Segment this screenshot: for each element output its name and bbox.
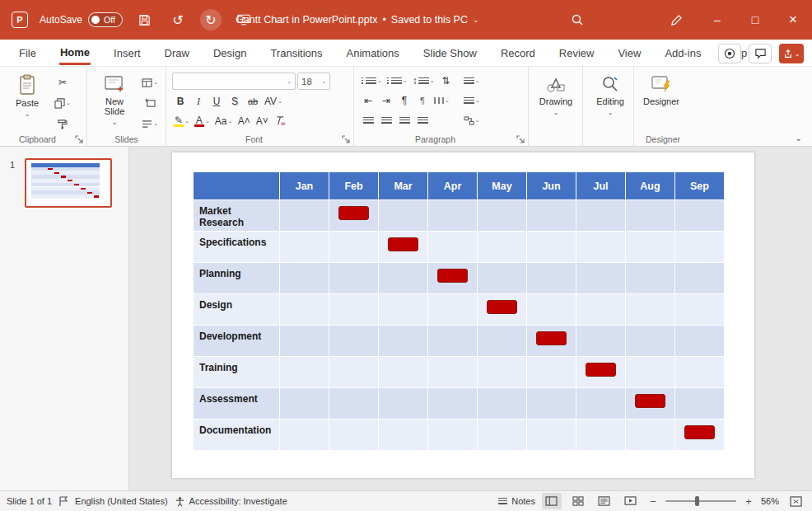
- gantt-cell-jun[interactable]: [527, 388, 576, 420]
- draw-pen-button[interactable]: [665, 9, 687, 30]
- gantt-task-label[interactable]: Specifications: [194, 232, 280, 263]
- gantt-cell-jun[interactable]: [527, 326, 576, 357]
- gantt-cell-may[interactable]: [478, 294, 527, 326]
- gantt-cell-jun[interactable]: [527, 420, 576, 451]
- gantt-task-label[interactable]: Design: [194, 294, 280, 326]
- italic-button[interactable]: I: [190, 93, 207, 110]
- gantt-header-jun[interactable]: Jun: [527, 172, 576, 200]
- gantt-cell-sep[interactable]: [675, 326, 725, 357]
- gantt-cell-may[interactable]: [478, 326, 527, 357]
- gantt-cell-aug[interactable]: [626, 263, 675, 294]
- gantt-cell-sep[interactable]: [675, 263, 725, 294]
- change-case-button[interactable]: Aa ⌄: [213, 113, 235, 129]
- gantt-cell-may[interactable]: [478, 388, 527, 420]
- saved-status[interactable]: Saved to this PC: [391, 14, 468, 26]
- gantt-cell-jan[interactable]: [280, 200, 329, 232]
- fit-to-window-button[interactable]: [786, 493, 805, 509]
- clipboard-dialog-launcher-icon[interactable]: [75, 135, 83, 143]
- gantt-cell-may[interactable]: [478, 232, 527, 263]
- gantt-cell-may[interactable]: [478, 200, 527, 232]
- slideshow-view-button[interactable]: [621, 493, 641, 509]
- clear-formatting-button[interactable]: [272, 113, 288, 129]
- tab-home[interactable]: Home: [59, 41, 91, 65]
- gantt-bar[interactable]: [586, 363, 616, 377]
- gantt-header-sep[interactable]: Sep: [675, 172, 725, 200]
- gantt-cell-may[interactable]: [478, 420, 527, 451]
- gantt-bar[interactable]: [536, 331, 567, 345]
- align-text-button[interactable]: ⌄: [462, 92, 482, 109]
- minimize-button[interactable]: –: [698, 0, 736, 40]
- gantt-cell-apr[interactable]: [428, 357, 478, 388]
- gantt-cell-feb[interactable]: [329, 263, 379, 294]
- character-spacing-button[interactable]: AV ⌄: [263, 93, 284, 110]
- right-to-left-button[interactable]: ¶: [414, 92, 431, 109]
- line-spacing-button[interactable]: ↕⌄: [411, 73, 436, 89]
- tab-insert[interactable]: Insert: [113, 42, 142, 63]
- gantt-cell-jan[interactable]: [280, 420, 329, 451]
- section-button[interactable]: ⌄: [140, 115, 160, 132]
- gantt-cell-aug[interactable]: [626, 326, 675, 357]
- autosave-toggle[interactable]: Off: [88, 12, 123, 27]
- gantt-cell-jul[interactable]: [576, 357, 626, 388]
- decrease-indent-button[interactable]: ⇤: [360, 92, 376, 109]
- gantt-cell-may[interactable]: [478, 263, 527, 294]
- gantt-cell-sep[interactable]: [675, 294, 725, 326]
- redo-button[interactable]: ↻: [200, 9, 222, 30]
- reset-slide-button[interactable]: [140, 95, 160, 111]
- gantt-bar[interactable]: [684, 425, 715, 439]
- zoom-in-button[interactable]: +: [743, 495, 754, 508]
- text-highlight-button[interactable]: ✎ ⌄: [172, 113, 191, 129]
- gantt-task-label[interactable]: Market Research: [194, 200, 280, 232]
- gantt-cell-jul[interactable]: [576, 420, 626, 451]
- gantt-cell-feb[interactable]: [329, 232, 379, 263]
- gantt-cell-feb[interactable]: [329, 357, 379, 388]
- gantt-cell-apr[interactable]: [428, 294, 478, 326]
- tab-file[interactable]: File: [18, 42, 37, 63]
- gantt-cell-sep[interactable]: [675, 232, 725, 263]
- reading-view-button[interactable]: [595, 493, 614, 509]
- gantt-header-corner[interactable]: [194, 172, 280, 200]
- increase-font-size-button[interactable]: A˄: [236, 113, 252, 129]
- gantt-bar[interactable]: [635, 394, 665, 408]
- bullets-button[interactable]: ⌄: [360, 73, 384, 89]
- gantt-cell-jun[interactable]: [527, 200, 576, 232]
- text-direction-button[interactable]: ⌄: [462, 73, 482, 89]
- gantt-cell-sep[interactable]: [675, 388, 725, 420]
- gantt-cell-aug[interactable]: [626, 420, 675, 451]
- record-button[interactable]: [718, 44, 741, 63]
- zoom-level[interactable]: 56%: [761, 496, 779, 506]
- zoom-slider-thumb[interactable]: [695, 496, 699, 506]
- gantt-cell-jan[interactable]: [280, 357, 329, 388]
- gantt-cell-jan[interactable]: [280, 388, 329, 420]
- gantt-cell-jan[interactable]: [280, 326, 329, 357]
- gantt-bar[interactable]: [437, 269, 468, 283]
- gantt-cell-aug[interactable]: [626, 200, 675, 232]
- gantt-cell-apr[interactable]: [428, 420, 478, 451]
- paragraph-dialog-launcher-icon[interactable]: [516, 135, 525, 143]
- align-center-button[interactable]: [378, 112, 394, 129]
- gantt-task-label[interactable]: Planning: [194, 263, 280, 294]
- drawing-button[interactable]: Drawing ⌄: [534, 71, 577, 132]
- gantt-cell-jan[interactable]: [280, 232, 329, 263]
- gantt-task-label[interactable]: Training: [194, 357, 280, 388]
- gantt-bar[interactable]: [338, 206, 369, 220]
- undo-button[interactable]: ↺: [167, 9, 189, 30]
- tab-transitions[interactable]: Transitions: [269, 42, 323, 63]
- tab-review[interactable]: Review: [558, 42, 595, 63]
- tab-add-ins[interactable]: Add-ins: [664, 42, 702, 63]
- tab-draw[interactable]: Draw: [164, 42, 190, 63]
- gantt-cell-jun[interactable]: [527, 357, 576, 388]
- normal-view-button[interactable]: [542, 493, 562, 509]
- gantt-cell-mar[interactable]: [379, 326, 428, 357]
- search-button[interactable]: [567, 9, 588, 30]
- slide-sorter-view-button[interactable]: [568, 493, 588, 509]
- gantt-cell-jun[interactable]: [527, 294, 576, 326]
- share-button[interactable]: ⌄: [779, 44, 804, 63]
- gantt-cell-jun[interactable]: [527, 263, 576, 294]
- gantt-header-may[interactable]: May: [478, 172, 527, 200]
- sort-button[interactable]: ⇅: [438, 73, 455, 89]
- justify-button[interactable]: [414, 112, 431, 129]
- gantt-cell-sep[interactable]: [675, 420, 725, 451]
- decrease-font-size-button[interactable]: A˅: [254, 113, 270, 129]
- gantt-cell-apr[interactable]: [428, 388, 478, 420]
